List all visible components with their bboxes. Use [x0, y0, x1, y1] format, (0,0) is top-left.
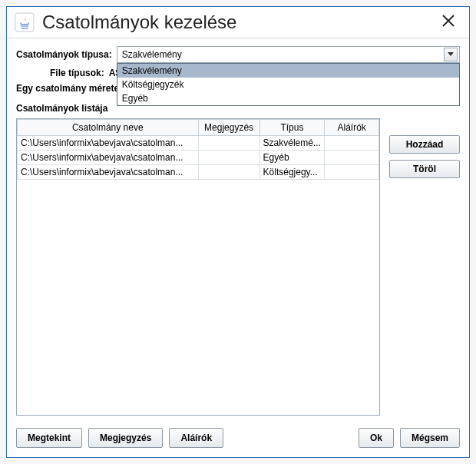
- dropdown-list: Szakvélemény Költségjegyzék Egyéb: [117, 63, 460, 106]
- cell-name: C:\Users\informix\abevjava\csatolman...: [18, 165, 199, 180]
- dropdown-option-1[interactable]: Költségjegyzék: [117, 78, 459, 91]
- delete-button[interactable]: Töröl: [389, 160, 460, 178]
- content-area: Csatolmányok típusa: Szakvélemény Szakvé…: [7, 38, 469, 420]
- type-row: Csatolmányok típusa: Szakvélemény Szakvé…: [16, 46, 460, 63]
- cell-type: Költségjegy...: [259, 165, 325, 180]
- bottom-right-buttons: Ok Mégsem: [359, 428, 460, 448]
- file-types-label: File típusok:: [50, 68, 104, 78]
- window-title: Csatolmányok kezelése: [42, 12, 236, 33]
- cell-note: [198, 151, 259, 165]
- header-note[interactable]: Megjegyzés: [198, 120, 259, 136]
- cell-name: C:\Users\informix\abevjava\csatolman...: [18, 136, 199, 151]
- cell-type: Egyéb: [259, 151, 325, 165]
- cell-type: Szakvélemé...: [259, 136, 325, 151]
- cancel-button[interactable]: Mégsem: [400, 428, 460, 448]
- cell-signers: [325, 136, 379, 151]
- titlebar-left: Csatolmányok kezelése: [15, 12, 236, 33]
- table-row[interactable]: C:\Users\informix\abevjava\csatolman... …: [18, 165, 379, 180]
- close-button[interactable]: [435, 12, 461, 32]
- bottom-bar: Megtekint Megjegyzés Aláírók Ok Mégsem: [7, 420, 469, 457]
- select-value: Szakvélemény: [122, 49, 182, 60]
- header-type[interactable]: Típus: [259, 120, 325, 136]
- dropdown-option-2[interactable]: Egyéb: [117, 91, 459, 105]
- view-button[interactable]: Megtekint: [16, 428, 82, 448]
- type-select[interactable]: Szakvélemény Szakvélemény Költségjegyzék…: [117, 46, 460, 63]
- list-area: Csatolmány neve Megjegyzés Típus Aláírók…: [16, 118, 460, 416]
- cell-note: [198, 136, 259, 151]
- bottom-left-buttons: Megtekint Megjegyzés Aláírók: [16, 428, 223, 448]
- cell-signers: [325, 165, 379, 180]
- side-buttons: Hozzáad Töröl: [389, 118, 460, 416]
- type-label: Csatolmányok típusa:: [16, 49, 112, 60]
- cell-note: [198, 165, 259, 180]
- attachments-table: Csatolmány neve Megjegyzés Típus Aláírók…: [16, 118, 380, 416]
- cell-signers: [325, 151, 379, 165]
- titlebar: Csatolmányok kezelése: [7, 7, 469, 38]
- select-box[interactable]: Szakvélemény: [117, 46, 460, 63]
- header-signers[interactable]: Aláírók: [325, 120, 379, 136]
- signers-button[interactable]: Aláírók: [169, 428, 223, 448]
- java-icon: [15, 12, 35, 32]
- cell-name: C:\Users\informix\abevjava\csatolman...: [18, 151, 199, 165]
- table-header-row: Csatolmány neve Megjegyzés Típus Aláírók: [18, 120, 379, 136]
- table: Csatolmány neve Megjegyzés Típus Aláírók…: [17, 119, 379, 180]
- dropdown-option-0[interactable]: Szakvélemény: [117, 64, 459, 78]
- header-name[interactable]: Csatolmány neve: [18, 120, 199, 136]
- table-row[interactable]: C:\Users\informix\abevjava\csatolman... …: [18, 136, 379, 151]
- ok-button[interactable]: Ok: [359, 428, 394, 448]
- chevron-down-icon[interactable]: [444, 48, 458, 61]
- add-button[interactable]: Hozzáad: [389, 135, 460, 154]
- dialog-window: Csatolmányok kezelése Csatolmányok típus…: [6, 6, 470, 458]
- table-row[interactable]: C:\Users\informix\abevjava\csatolman... …: [18, 151, 379, 165]
- note-button[interactable]: Megjegyzés: [88, 428, 163, 448]
